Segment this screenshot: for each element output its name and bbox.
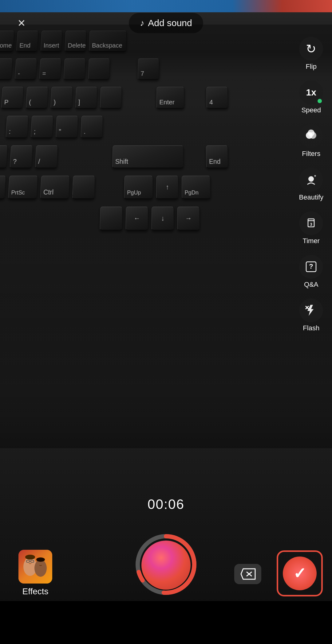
top-bar: × ♪ Add sound [0, 9, 332, 37]
flip-icon-wrap: ↻ [299, 37, 323, 61]
flash-icon-wrap [299, 298, 323, 322]
add-sound-label: Add sound [148, 18, 192, 28]
keyboard-view: Home End Insert Delete Backspace 0 - = 7… [0, 25, 332, 448]
key-semicolon: ; [31, 116, 53, 138]
key-dquote: . [81, 116, 103, 138]
beautify-icon [304, 173, 318, 186]
key-question: ? [10, 145, 33, 168]
key-lbracket: ( [26, 87, 48, 109]
qa-icon-wrap: ? [299, 255, 323, 279]
flash-icon [304, 304, 318, 317]
add-sound-button[interactable]: ♪ Add sound [129, 13, 203, 33]
qa-icon: ? [304, 260, 318, 274]
speed-icon: 1x [306, 87, 316, 98]
key-empty3 [100, 87, 122, 109]
key-7: 7 [138, 58, 159, 80]
key-left: ← [125, 207, 148, 231]
key-pgdn: PgDn [182, 176, 211, 199]
key-empty4 [72, 176, 95, 199]
key-enter-area: Enter [156, 87, 184, 109]
key-empty5 [100, 207, 123, 231]
flip-control[interactable]: ↻ Flip [299, 37, 323, 71]
right-controls: ↻ Flip 1x Speed Filters [299, 37, 324, 332]
key-prtsc: PrtSc [8, 176, 38, 199]
key-p: P [1, 87, 24, 109]
key-colon: : [6, 116, 29, 138]
svg-point-3 [308, 176, 314, 182]
key-end-side: End [206, 145, 228, 168]
key-num4: 4 [206, 87, 228, 109]
key-equals: = [39, 58, 61, 80]
svg-text:?: ? [309, 262, 313, 270]
flip-label: Flip [306, 63, 317, 71]
bottom-bar [0, 601, 332, 644]
key-empty2 [88, 58, 110, 80]
speed-control[interactable]: 1x Speed [299, 80, 323, 114]
svg-text:3: 3 [310, 222, 312, 227]
speed-icon-wrap: 1x [299, 80, 323, 104]
speed-active-dot [318, 99, 322, 103]
timer-icon-wrap: 3 [299, 211, 323, 235]
flash-label: Flash [303, 324, 319, 332]
timer-label: Timer [303, 237, 320, 245]
qa-label: Q&A [304, 281, 318, 289]
key-quote: " [56, 116, 78, 138]
filters-control[interactable]: Filters [299, 124, 323, 158]
key-shift-right: Shift [112, 145, 184, 168]
beautify-control[interactable]: Beautify [299, 168, 324, 201]
key-slash: / [35, 145, 58, 168]
key-up: ↑ [156, 176, 179, 199]
flip-icon: ↻ [306, 42, 316, 56]
key-period [0, 176, 6, 199]
flash-control[interactable]: Flash [299, 298, 323, 332]
close-icon: × [18, 17, 26, 29]
key-backslash: ] [75, 87, 97, 109]
key-rbracket: ) [50, 87, 73, 109]
filters-icon-wrap [299, 124, 323, 148]
filters-icon [304, 129, 318, 143]
filters-label: Filters [302, 150, 320, 158]
beautify-icon-wrap [299, 168, 323, 192]
speed-label: Speed [301, 106, 321, 114]
timer-control[interactable]: 3 Timer [299, 211, 323, 245]
svg-point-2 [308, 130, 314, 136]
timer-icon: 3 [304, 216, 318, 230]
music-note-icon: ♪ [140, 18, 144, 28]
key-down: ↓ [152, 207, 174, 231]
beautify-label: Beautify [299, 193, 324, 201]
key-gt: > [0, 145, 8, 168]
key-right: → [177, 207, 200, 231]
close-button[interactable]: × [12, 14, 31, 32]
key-pgup: PgUp [124, 176, 153, 199]
qa-control[interactable]: ? Q&A [299, 255, 323, 289]
key-minus: - [15, 58, 37, 80]
key-0: 0 [0, 58, 13, 80]
key-empty1 [64, 58, 86, 80]
key-ctrl: Ctrl [40, 176, 69, 199]
